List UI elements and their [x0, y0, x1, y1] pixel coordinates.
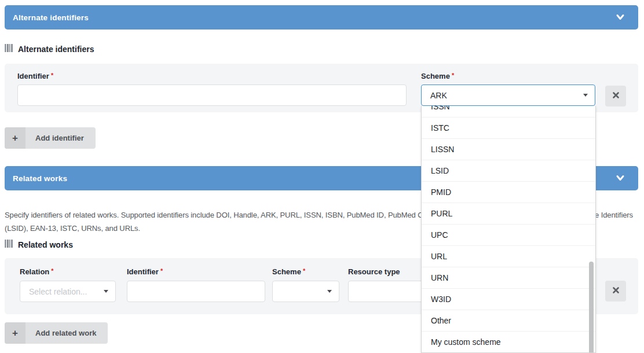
- plus-icon: +: [5, 322, 25, 344]
- barcode-icon: [5, 240, 14, 250]
- deposit-form: Alternate identifiers Alternate identifi…: [0, 0, 644, 353]
- group-title-text: Related works: [18, 240, 73, 249]
- add-related-work-label: Add related work: [25, 322, 108, 344]
- scheme-option[interactable]: ISSN: [422, 106, 595, 117]
- accordion-title: Related works: [13, 174, 67, 183]
- scheme-option[interactable]: UPC: [422, 225, 595, 246]
- scheme-label: Scheme*: [421, 72, 454, 80]
- add-identifier-label: Add identifier: [25, 127, 96, 149]
- menu-scrollbar[interactable]: [589, 262, 594, 353]
- remove-related-work-button[interactable]: [605, 281, 626, 301]
- resource-type-label: Resource type: [348, 267, 400, 276]
- alternate-identifiers-group-title: Alternate identifiers: [5, 44, 94, 54]
- relation-select[interactable]: Select relation...: [20, 281, 116, 302]
- scheme-option[interactable]: Other: [422, 310, 595, 332]
- required-asterisk: *: [51, 267, 53, 274]
- alternate-identifier-row: Identifier* Scheme* ARK: [5, 64, 638, 112]
- scheme-select[interactable]: ARK: [421, 84, 595, 106]
- scheme-option[interactable]: PURL: [422, 203, 595, 225]
- scheme-option-list: ISSN ISTC LISSN LSID PMID PURL UPC URL U…: [422, 106, 595, 353]
- accordion-alternate-identifiers[interactable]: Alternate identifiers: [5, 5, 638, 30]
- scheme-option[interactable]: PMID: [422, 182, 595, 203]
- scheme-label: Scheme*: [272, 267, 305, 276]
- group-title-text: Alternate identifiers: [18, 45, 94, 54]
- identifier-input[interactable]: [17, 84, 407, 106]
- chevron-down-icon: [615, 174, 625, 182]
- remove-identifier-button[interactable]: [605, 86, 626, 106]
- dropdown-caret-icon: [104, 290, 108, 293]
- required-asterisk: *: [303, 267, 305, 274]
- scheme-option[interactable]: My custom scheme: [422, 332, 595, 353]
- related-works-group-title: Related works: [5, 240, 73, 250]
- scheme-option[interactable]: URN: [422, 267, 595, 289]
- required-asterisk: *: [160, 267, 163, 274]
- scheme-option[interactable]: LISSN: [422, 139, 595, 160]
- identifier-label: Identifier*: [127, 267, 163, 276]
- chevron-down-icon: [615, 13, 625, 21]
- identifier-label: Identifier*: [17, 72, 53, 80]
- scheme-dropdown-menu: ISSN ISTC LISSN LSID PMID PURL UPC URL U…: [421, 106, 596, 353]
- scheme-option[interactable]: ISTC: [422, 117, 595, 139]
- dropdown-caret-icon: [583, 94, 588, 97]
- close-icon: [612, 91, 620, 101]
- relation-placeholder: Select relation...: [29, 287, 104, 296]
- add-identifier-button[interactable]: + Add identifier: [5, 127, 96, 149]
- scheme-option[interactable]: URL: [422, 246, 595, 267]
- add-related-work-button[interactable]: + Add related work: [5, 322, 108, 344]
- relation-label: Relation*: [20, 267, 54, 276]
- scheme-option[interactable]: LSID: [422, 160, 595, 182]
- barcode-icon: [5, 44, 14, 54]
- scheme-selected-value: ARK: [430, 91, 583, 100]
- close-icon: [612, 286, 620, 296]
- plus-icon: +: [5, 127, 25, 149]
- accordion-title: Alternate identifiers: [13, 13, 89, 22]
- scheme-option[interactable]: W3ID: [422, 289, 595, 310]
- required-asterisk: *: [452, 72, 454, 79]
- related-identifier-input[interactable]: [127, 281, 265, 302]
- related-scheme-select[interactable]: [272, 281, 339, 302]
- dropdown-caret-icon: [327, 290, 332, 293]
- required-asterisk: *: [51, 72, 53, 79]
